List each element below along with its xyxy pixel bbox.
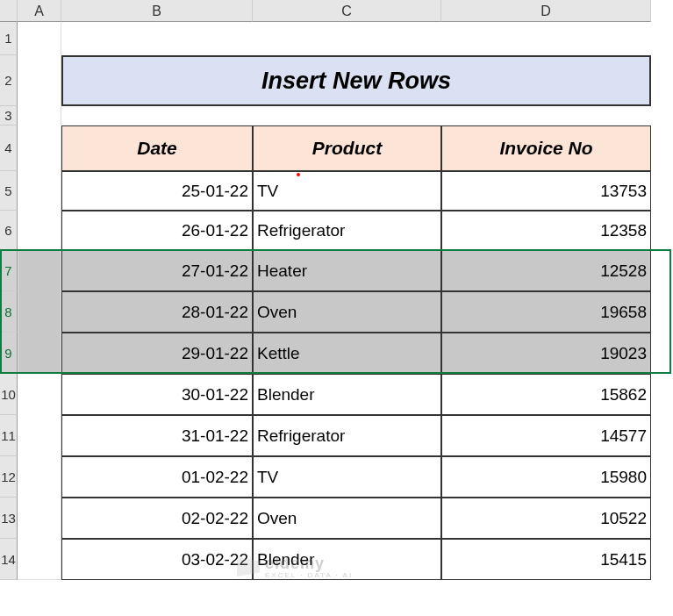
cell-invoice[interactable]: 15862 bbox=[441, 374, 651, 415]
col-header-B[interactable]: B bbox=[61, 0, 253, 22]
cell-invoice[interactable]: 12358 bbox=[441, 211, 651, 250]
cell-date[interactable]: 30-01-22 bbox=[61, 374, 253, 415]
row-header-7[interactable]: 7 bbox=[0, 250, 18, 291]
cell-product[interactable]: Refrigerator bbox=[253, 415, 441, 456]
row-header-12[interactable]: 12 bbox=[0, 456, 18, 498]
cell-date[interactable]: 02-02-22 bbox=[61, 498, 253, 539]
row-header-13[interactable]: 13 bbox=[0, 498, 18, 539]
col-header-A[interactable]: A bbox=[18, 0, 61, 22]
cell-product[interactable]: TV bbox=[253, 171, 441, 211]
row-header-4[interactable]: 4 bbox=[0, 125, 18, 171]
cell-product[interactable]: Oven bbox=[253, 291, 441, 333]
header-invoice[interactable]: Invoice No bbox=[441, 125, 651, 171]
cell-date[interactable]: 28-01-22 bbox=[61, 291, 253, 333]
cell-date[interactable]: 25-01-22 bbox=[61, 171, 253, 211]
row-header-1[interactable]: 1 bbox=[0, 22, 18, 55]
cell-product[interactable]: TV bbox=[253, 456, 441, 498]
row-header-8[interactable]: 8 bbox=[0, 291, 18, 333]
cell-date[interactable]: 01-02-22 bbox=[61, 456, 253, 498]
select-all-corner[interactable] bbox=[0, 0, 18, 22]
title-cell[interactable]: Insert New Rows bbox=[61, 55, 651, 106]
row-header-14[interactable]: 14 bbox=[0, 539, 18, 580]
row-header-5[interactable]: 5 bbox=[0, 171, 18, 211]
cell-invoice[interactable]: 15980 bbox=[441, 456, 651, 498]
cell-date[interactable]: 03-02-22 bbox=[61, 539, 253, 580]
row-header-2[interactable]: 2 bbox=[0, 55, 18, 106]
col-header-D[interactable]: D bbox=[441, 0, 651, 22]
header-product[interactable]: Product bbox=[253, 125, 441, 171]
cell-product[interactable]: Kettle bbox=[253, 333, 441, 374]
cell-invoice[interactable]: 10522 bbox=[441, 498, 651, 539]
cell-product[interactable]: Blender bbox=[253, 539, 441, 580]
cell-date[interactable]: 27-01-22 bbox=[61, 250, 253, 291]
cell-invoice[interactable]: 19658 bbox=[441, 291, 651, 333]
cell-invoice[interactable]: 14577 bbox=[441, 415, 651, 456]
cell-product[interactable]: Heater bbox=[253, 250, 441, 291]
cell-product[interactable]: Blender bbox=[253, 374, 441, 415]
cell-invoice[interactable]: 13753 bbox=[441, 171, 651, 211]
row-header-10[interactable]: 10 bbox=[0, 374, 18, 415]
cell-product[interactable]: Refrigerator bbox=[253, 211, 441, 250]
cell-blank-A-selected[interactable] bbox=[18, 250, 61, 374]
col-header-C[interactable]: C bbox=[253, 0, 441, 22]
cell-invoice[interactable]: 12528 bbox=[441, 250, 651, 291]
row-header-11[interactable]: 11 bbox=[0, 415, 18, 456]
cell-date[interactable]: 31-01-22 bbox=[61, 415, 253, 456]
row-header-6[interactable]: 6 bbox=[0, 211, 18, 250]
cell-invoice[interactable]: 15415 bbox=[441, 539, 651, 580]
cell-date[interactable]: 29-01-22 bbox=[61, 333, 253, 374]
cell-invoice[interactable]: 19023 bbox=[441, 333, 651, 374]
cell-product[interactable]: Oven bbox=[253, 498, 441, 539]
cell-date[interactable]: 26-01-22 bbox=[61, 211, 253, 250]
header-date[interactable]: Date bbox=[61, 125, 253, 171]
row-header-3[interactable]: 3 bbox=[0, 106, 18, 125]
row-header-9[interactable]: 9 bbox=[0, 333, 18, 374]
